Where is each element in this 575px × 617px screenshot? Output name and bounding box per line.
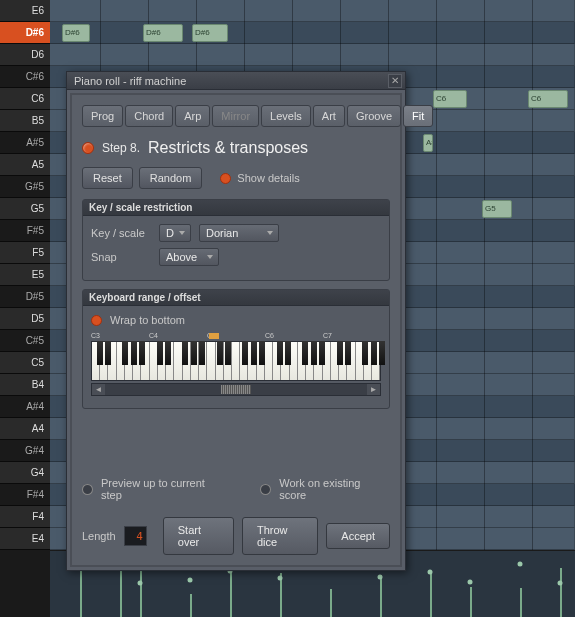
key-label[interactable]: B5 [0,110,50,132]
tab-levels[interactable]: Levels [261,105,311,127]
key-label[interactable]: E5 [0,264,50,286]
mini-white-key[interactable] [347,342,355,380]
keyboard-scrollbar[interactable]: ◄ ► [91,383,381,396]
show-details-radio[interactable] [220,173,231,184]
mini-white-key[interactable] [248,342,256,380]
key-label[interactable]: F#5 [0,220,50,242]
scroll-thumb[interactable] [221,385,251,394]
key-label[interactable]: G#4 [0,440,50,462]
accept-button[interactable]: Accept [326,523,390,549]
mini-white-key[interactable] [199,342,207,380]
riff-machine-dialog: Piano roll - riff machine ✕ ProgChordArp… [66,71,406,571]
note-block[interactable]: C6 [433,90,467,108]
key-label[interactable]: A4 [0,418,50,440]
mini-white-key[interactable] [174,342,182,380]
mini-white-key[interactable] [117,342,125,380]
tab-prog[interactable]: Prog [82,105,123,127]
note-block[interactable]: D#6 [62,24,90,42]
mini-white-key[interactable] [257,342,265,380]
key-label[interactable]: D#6 [0,22,50,44]
mini-white-key[interactable] [207,342,215,380]
mini-white-key[interactable] [224,342,232,380]
mini-white-key[interactable] [331,342,339,380]
work-existing-radio[interactable] [260,484,271,495]
key-label[interactable]: C#6 [0,66,50,88]
mini-white-key[interactable] [323,342,331,380]
note-block[interactable]: D#6 [143,24,183,42]
tab-row: ProgChordArpMirrorLevelsArtGrooveFit [82,105,390,127]
key-label[interactable]: G#5 [0,176,50,198]
tab-mirror[interactable]: Mirror [212,105,259,127]
close-icon[interactable]: ✕ [388,74,402,88]
mini-white-key[interactable] [265,342,273,380]
key-label[interactable]: F4 [0,506,50,528]
wrap-bottom-radio[interactable] [91,315,102,326]
mini-white-key[interactable] [240,342,248,380]
key-label[interactable]: B4 [0,374,50,396]
tab-arp[interactable]: Arp [175,105,210,127]
mini-white-key[interactable] [356,342,364,380]
mini-white-key[interactable] [191,342,199,380]
grid-row[interactable] [50,0,575,22]
mini-white-key[interactable] [232,342,240,380]
mini-white-key[interactable] [216,342,224,380]
key-label[interactable]: C6 [0,88,50,110]
key-label[interactable]: A#4 [0,396,50,418]
mini-white-key[interactable] [298,342,306,380]
length-input[interactable]: 4 [124,526,147,546]
mini-white-key[interactable] [141,342,149,380]
mini-white-key[interactable] [133,342,141,380]
scale-dropdown[interactable]: Dorian [199,224,279,242]
key-label[interactable]: E6 [0,0,50,22]
tab-chord[interactable]: Chord [125,105,173,127]
mini-white-key[interactable] [183,342,191,380]
mini-white-key[interactable] [290,342,298,380]
key-label[interactable]: G5 [0,198,50,220]
mini-white-key[interactable] [125,342,133,380]
start-over-button[interactable]: Start over [163,517,234,555]
key-label[interactable]: C5 [0,352,50,374]
key-label[interactable]: C#5 [0,330,50,352]
grid-row[interactable] [50,22,575,44]
key-label[interactable]: D6 [0,44,50,66]
reset-button[interactable]: Reset [82,167,133,189]
note-block[interactable]: C6 [528,90,568,108]
key-label[interactable]: A5 [0,154,50,176]
key-label[interactable]: E4 [0,528,50,550]
key-label[interactable]: F#4 [0,484,50,506]
snap-dropdown[interactable]: Above [159,248,219,266]
scroll-left-icon[interactable]: ◄ [92,384,105,395]
dialog-titlebar[interactable]: Piano roll - riff machine ✕ [67,72,405,90]
mini-white-key[interactable] [166,342,174,380]
key-label[interactable]: D#5 [0,286,50,308]
tab-fit[interactable]: Fit [403,105,433,127]
mini-white-key[interactable] [339,342,347,380]
scroll-right-icon[interactable]: ► [367,384,380,395]
key-label[interactable]: F5 [0,242,50,264]
tab-art[interactable]: Art [313,105,345,127]
preview-radio[interactable] [82,484,93,495]
mini-white-key[interactable] [92,342,100,380]
mini-white-key[interactable] [108,342,116,380]
key-label[interactable]: G4 [0,462,50,484]
note-block[interactable]: A#5 [423,134,433,152]
grid-row[interactable] [50,44,575,66]
note-block[interactable]: D#6 [192,24,228,42]
mini-white-key[interactable] [158,342,166,380]
throw-dice-button[interactable]: Throw dice [242,517,318,555]
random-button[interactable]: Random [139,167,203,189]
mini-white-key[interactable] [372,342,380,380]
mini-white-key[interactable] [281,342,289,380]
note-block[interactable]: G5 [482,200,512,218]
mini-white-key[interactable] [100,342,108,380]
mini-white-key[interactable] [314,342,322,380]
key-dropdown[interactable]: D [159,224,191,242]
mini-white-key[interactable] [273,342,281,380]
mini-white-key[interactable] [364,342,372,380]
mini-keyboard[interactable]: C3C4C5C6C7 ◄ ► [91,332,381,396]
mini-white-key[interactable] [306,342,314,380]
mini-white-key[interactable] [150,342,158,380]
tab-groove[interactable]: Groove [347,105,401,127]
key-label[interactable]: D5 [0,308,50,330]
key-label[interactable]: A#5 [0,132,50,154]
